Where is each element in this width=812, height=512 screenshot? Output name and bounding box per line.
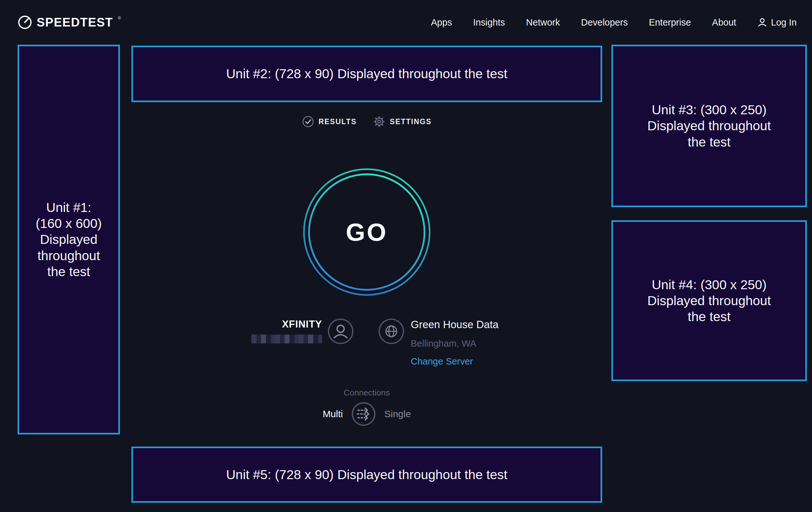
speedtest-page: SPEEDTEST ® Apps Insights Network Develo… (0, 0, 812, 512)
nav-item-network[interactable]: Network (526, 17, 560, 28)
isp-name: XFINITY (223, 319, 322, 330)
login-button[interactable]: Log In (757, 17, 797, 28)
multi-connection-icon (351, 402, 376, 427)
ad-unit-5-banner-bottom[interactable]: Unit #5: (728 x 90) Displayed throughout… (132, 447, 602, 503)
change-server-link[interactable]: Change Server (411, 356, 473, 367)
connection-option-multi[interactable]: Multi (323, 409, 343, 420)
ad-unit-3-rectangle[interactable]: Unit #3: (300 x 250) Displayed throughou… (611, 45, 807, 207)
logo-text: SPEEDTEST (37, 16, 113, 29)
server-location: Bellingham, WA (411, 339, 476, 349)
ad-text: Unit #5: (728 x 90) Displayed throughout… (226, 467, 508, 483)
nav-item-enterprise[interactable]: Enterprise (649, 17, 691, 28)
ad-unit-1-skyscraper[interactable]: Unit #1: (160 x 600) Displayed throughou… (18, 45, 120, 434)
tabs-row: RESULTS (132, 115, 602, 128)
speedtest-logo[interactable]: SPEEDTEST ® (18, 15, 121, 30)
ad-text: Unit #1: (160 x 600) Displayed throughou… (36, 199, 102, 279)
user-icon (757, 17, 767, 27)
redacted-ip-pixelation (251, 334, 322, 344)
nav-item-developers[interactable]: Developers (581, 17, 628, 28)
nav-item-insights[interactable]: Insights (473, 17, 505, 28)
ad-text: Unit #4: (300 x 250) Displayed throughou… (647, 277, 771, 325)
connections-row: Multi Single (132, 402, 602, 427)
nav-item-about[interactable]: About (712, 17, 736, 28)
isp-avatar-icon[interactable] (327, 318, 354, 345)
speedometer-icon (18, 15, 32, 30)
nav-item-apps[interactable]: Apps (431, 17, 452, 28)
check-circle-icon (302, 115, 314, 128)
go-label: GO (302, 168, 431, 297)
tab-settings[interactable]: SETTINGS (373, 115, 432, 128)
connection-option-single[interactable]: Single (384, 409, 411, 420)
tab-results[interactable]: RESULTS (302, 115, 357, 128)
gear-icon (373, 115, 385, 128)
ad-text: Unit #2: (728 x 90) Displayed throughout… (226, 66, 508, 82)
ad-text: Unit #3: (300 x 250) Displayed throughou… (647, 102, 771, 150)
tab-results-label: RESULTS (319, 117, 357, 126)
login-label: Log In (771, 17, 797, 28)
main-nav: Apps Insights Network Developers Enterpr… (431, 17, 797, 28)
ad-unit-2-banner-top[interactable]: Unit #2: (728 x 90) Displayed throughout… (132, 46, 602, 102)
logo-trademark: ® (118, 16, 121, 21)
server-name: Green House Data (411, 319, 498, 331)
go-button[interactable]: GO (302, 168, 431, 297)
top-nav-bar: SPEEDTEST ® Apps Insights Network Develo… (0, 0, 812, 45)
connections-label: Connections (132, 388, 602, 398)
globe-icon (378, 318, 405, 345)
connection-toggle[interactable] (351, 402, 376, 427)
tab-settings-label: SETTINGS (390, 117, 432, 126)
ad-unit-4-rectangle[interactable]: Unit #4: (300 x 250) Displayed throughou… (611, 220, 807, 381)
